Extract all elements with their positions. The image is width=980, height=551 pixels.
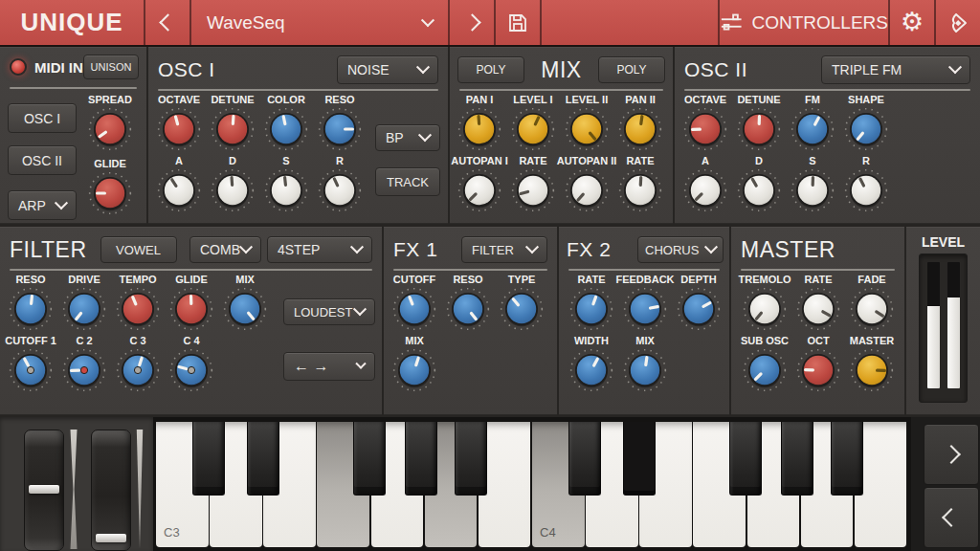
black-key-c-4[interactable]: [568, 422, 601, 496]
knob-color[interactable]: [263, 106, 309, 152]
knob-rate[interactable]: [795, 286, 841, 332]
knob-reso[interactable]: [8, 286, 54, 332]
knob-cell-fade: FADE: [845, 273, 899, 332]
black-key-f-4[interactable]: [729, 422, 762, 496]
knob-rate[interactable]: [617, 167, 663, 213]
settings-button[interactable]: ⚙: [890, 0, 936, 45]
black-key-g-4[interactable]: [781, 422, 813, 496]
osc1-track-button[interactable]: TRACK: [375, 167, 440, 196]
mix-poly-left-button[interactable]: POLY: [457, 56, 524, 83]
black-key-g-3[interactable]: [405, 422, 437, 496]
knob-d[interactable]: [210, 167, 256, 213]
chevron-down-icon: [239, 240, 253, 253]
black-key-d-3[interactable]: [247, 422, 279, 496]
knob-pan-ii[interactable]: [617, 106, 663, 152]
knob-mix[interactable]: [622, 347, 668, 393]
knob-label: A: [175, 154, 183, 167]
save-preset-button[interactable]: [496, 0, 542, 45]
knob-cutoff[interactable]: [391, 286, 437, 332]
knob-detune[interactable]: [210, 106, 256, 152]
octave-down-button[interactable]: [924, 487, 979, 548]
black-key-a-4[interactable]: [831, 422, 863, 496]
knob-label: WIDTH: [574, 334, 609, 347]
black-key-c-3[interactable]: [192, 422, 225, 496]
knob-fade[interactable]: [849, 286, 895, 332]
knob-fm[interactable]: [790, 106, 835, 152]
knob-type[interactable]: [499, 286, 545, 332]
knob-spread[interactable]: [87, 106, 133, 152]
knob-rate[interactable]: [568, 286, 614, 332]
knob-glide[interactable]: [168, 286, 214, 332]
next-preset-button[interactable]: [450, 0, 496, 45]
black-key-d-4[interactable]: [623, 422, 656, 496]
arp-dropdown[interactable]: ARP: [8, 190, 77, 220]
knob-sub-osc[interactable]: [742, 347, 788, 393]
knob-depth[interactable]: [676, 286, 722, 332]
knob-width[interactable]: [568, 347, 614, 393]
knob-d[interactable]: [736, 167, 782, 213]
divider: [10, 269, 372, 271]
knob-drive[interactable]: [61, 286, 107, 332]
knob-label: SUB OSC: [741, 334, 789, 347]
knob-a[interactable]: [156, 167, 202, 213]
knob-shape[interactable]: [843, 106, 889, 152]
knob-autopan-i[interactable]: [457, 167, 502, 213]
knob-reso[interactable]: [317, 106, 363, 152]
osc1-edit-button[interactable]: OSC I: [8, 103, 77, 133]
knob-mix[interactable]: [391, 347, 437, 393]
knob-oct[interactable]: [795, 347, 841, 393]
octave-up-button[interactable]: [924, 424, 979, 485]
knob-tempo[interactable]: [115, 286, 161, 332]
knob-c-4[interactable]: [168, 347, 214, 393]
knob-s[interactable]: [263, 167, 309, 213]
knob-c-3[interactable]: [115, 347, 161, 393]
knob-cell-spread: SPREAD: [83, 93, 137, 152]
knob-feedback[interactable]: [622, 286, 668, 332]
osc1-mode-dropdown[interactable]: NOISE: [337, 55, 438, 84]
filter-vowel-button[interactable]: VOWEL: [100, 236, 177, 263]
fx1-type-dropdown[interactable]: FILTER: [461, 236, 547, 263]
knob-tremolo[interactable]: [742, 286, 788, 332]
vendor-logo-button[interactable]: [936, 0, 980, 45]
knob-c-2[interactable]: [61, 347, 107, 393]
pitch-bend-wheel[interactable]: [24, 430, 64, 551]
knob-cell-level-ii: LEVEL II: [560, 93, 613, 152]
knob-rate[interactable]: [510, 167, 556, 213]
knob-cutoff-1[interactable]: [8, 347, 54, 393]
filter-mode-dropdown[interactable]: LOUDEST: [283, 298, 375, 325]
prev-preset-button[interactable]: [145, 0, 191, 45]
knob-r[interactable]: [317, 167, 363, 213]
controllers-button[interactable]: CONTROLLERS: [720, 0, 890, 45]
knob-r[interactable]: [843, 167, 889, 213]
preset-selector[interactable]: WaveSeq: [191, 0, 450, 45]
knob-cell-mix: MIX: [618, 334, 672, 393]
filter-step-dropdown[interactable]: 4STEP: [267, 236, 372, 263]
knob-cell-autopan-ii: AUTOPAN II: [560, 154, 613, 213]
filter-direction-dropdown[interactable]: ← →: [283, 352, 375, 381]
knob-pan-i[interactable]: [457, 106, 502, 152]
unison-button[interactable]: UNISON: [83, 55, 139, 79]
black-key-f-3[interactable]: [353, 422, 386, 496]
knob-master[interactable]: [849, 347, 895, 393]
fx2-type-value: CHORUS: [645, 243, 699, 257]
mix-poly-right-button[interactable]: POLY: [598, 56, 665, 83]
knob-level-ii[interactable]: [564, 106, 610, 152]
knob-autopan-ii[interactable]: [564, 167, 610, 213]
black-key-a-3[interactable]: [455, 422, 487, 496]
knob-reso[interactable]: [445, 286, 491, 332]
osc2-edit-button[interactable]: OSC II: [8, 145, 77, 175]
osc2-mode-dropdown[interactable]: TRIPLE FM: [821, 55, 970, 84]
knob-level-i[interactable]: [510, 106, 556, 152]
fx2-type-dropdown[interactable]: CHORUS: [637, 236, 724, 263]
mod-wheel[interactable]: [91, 430, 131, 551]
osc1-filter-dropdown[interactable]: BP: [375, 124, 440, 151]
global-panel: MIDI IN UNISON OSC I OSC II ARP SPREAD G…: [0, 47, 146, 224]
knob-detune[interactable]: [736, 106, 782, 152]
knob-a[interactable]: [682, 167, 728, 213]
knob-s[interactable]: [790, 167, 835, 213]
knob-octave[interactable]: [682, 106, 728, 152]
knob-octave[interactable]: [156, 106, 202, 152]
knob-glide[interactable]: [87, 170, 133, 216]
knob-mix[interactable]: [222, 286, 268, 332]
filter-type-dropdown[interactable]: COMB: [189, 236, 261, 263]
